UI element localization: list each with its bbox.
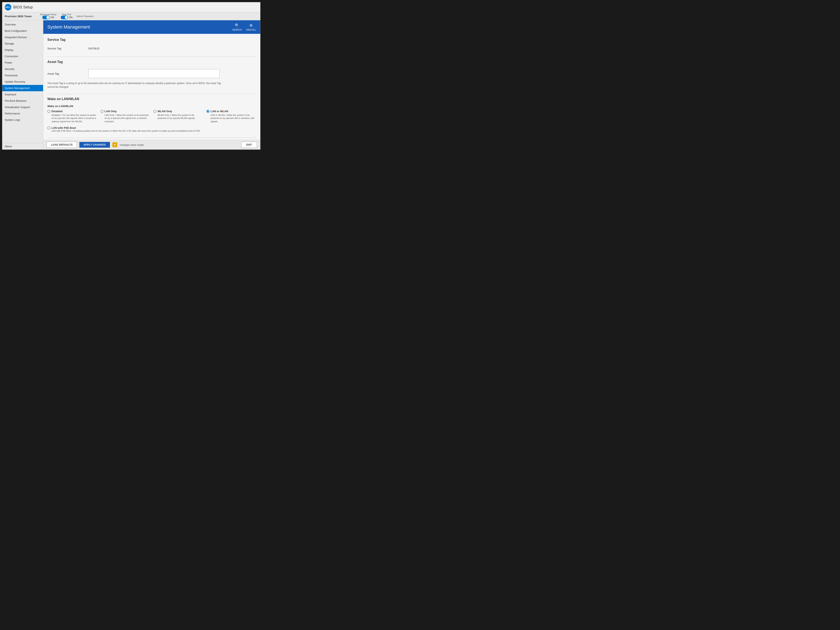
help-text-toggle-group: Help Text ON	[61, 13, 73, 19]
sidebar-container: Overview Boot Configuration Integrated D…	[2, 21, 43, 150]
sidebar-item-power[interactable]: Power	[2, 60, 43, 66]
sidebar-item-storage[interactable]: Storage	[2, 40, 43, 47]
content-title: System Management	[47, 24, 90, 30]
content-panel: System Management 🔍 SEARCH ⚙ VIEW ALL	[43, 20, 260, 150]
radio-option-lan-only: LAN Only LAN Only = Allow the system to …	[101, 110, 150, 123]
radio-btn-lan-only[interactable]	[101, 110, 103, 113]
toolbar: Precision 3650 Tower Advanced Setup ON H…	[2, 12, 260, 20]
divider-1	[47, 57, 256, 57]
radio-header-pxe[interactable]: LAN with PXE Boot	[47, 126, 256, 129]
radio-btn-lan-or-wlan[interactable]	[207, 110, 209, 113]
asset-tag-section: Asset Tag Asset Tag The Asset Tag is a s…	[47, 60, 256, 89]
sidebar-item-display[interactable]: Display	[2, 47, 43, 53]
sidebar-item-boot-configuration[interactable]: Boot Configuration	[2, 28, 43, 34]
service-tag-value: D47S6J3	[88, 47, 99, 50]
search-button[interactable]: 🔍 SEARCH	[232, 23, 242, 31]
main-content: Overview Boot Configuration Integrated D…	[2, 20, 260, 150]
service-tag-row: Service Tag D47S6J3	[47, 45, 256, 52]
asset-tag-title: Asset Tag	[47, 60, 256, 65]
asset-tag-label: Asset Tag	[47, 72, 88, 75]
advanced-setup-toggle[interactable]: ON	[42, 16, 54, 19]
help-text-label: Help Text	[62, 13, 71, 16]
radio-header-disabled[interactable]: Disabled	[47, 110, 97, 113]
changes-count-badge: 0	[112, 142, 117, 147]
dell-logo: DELL	[5, 4, 11, 11]
device-name: Precision 3650 Tower	[5, 15, 32, 18]
sidebar-item-virtualization-support[interactable]: Virtualization Support	[2, 104, 43, 111]
radio-label-wlan-only: WLAN Only	[158, 110, 172, 113]
advanced-setup-switch[interactable]	[42, 16, 50, 19]
help-text-switch[interactable]	[61, 16, 68, 19]
admin-password-label: Admin Password	[77, 15, 94, 17]
wake-on-lan-options: Disabled Disabled = Do not allow the sys…	[47, 110, 256, 123]
sidebar-nav: Overview Boot Configuration Integrated D…	[2, 21, 43, 143]
changes-text: changes were made	[120, 143, 144, 147]
sidebar: Overview Boot Configuration Integrated D…	[2, 20, 43, 150]
sidebar-item-integrated-devices[interactable]: Integrated Devices	[2, 34, 43, 40]
sidebar-item-overview[interactable]: Overview	[2, 21, 43, 28]
service-tag-title: Service Tag	[47, 38, 256, 43]
sidebar-item-performance[interactable]: Performance	[2, 111, 43, 117]
view-all-label: VIEW ALL	[246, 28, 256, 31]
radio-btn-pxe[interactable]	[47, 126, 50, 129]
radio-desc-pxe: LAN with PXE Boot = A wakeup packet sent…	[47, 129, 256, 133]
search-label: SEARCH	[232, 28, 242, 31]
radio-label-lan-or-wlan: LAN or WLAN	[211, 110, 228, 113]
admin-password-group: Admin Password	[77, 15, 94, 17]
advanced-setup-toggle-group: Advanced Setup ON	[40, 13, 57, 19]
sidebar-item-keyboard[interactable]: Keyboard	[2, 91, 43, 98]
service-tag-section: Service Tag Service Tag D47S6J3	[47, 38, 256, 52]
bottom-bar: LOAD DEFAULTS APPLY CHANGES 0 changes we…	[43, 140, 260, 150]
wake-on-lan-title: Wake on LAN/WLAN	[47, 97, 256, 102]
content-scroll[interactable]: Service Tag Service Tag D47S6J3 Asset Ta…	[43, 34, 260, 140]
radio-option-lan-or-wlan: LAN or WLAN LAN or WLAN = Allow the syst…	[207, 110, 256, 123]
radio-desc-lan-only: LAN Only = Allow the system to be powere…	[101, 114, 150, 123]
sidebar-item-update-recovery[interactable]: Update Recovery	[2, 79, 43, 85]
radio-btn-disabled[interactable]	[47, 110, 50, 113]
sidebar-item-about[interactable]: About	[2, 143, 43, 150]
asset-tag-description: The Asset Tag is a string of up to 64 ch…	[47, 81, 226, 89]
sidebar-item-passwords[interactable]: Passwords	[2, 72, 43, 79]
sidebar-item-security[interactable]: Security	[2, 66, 43, 72]
divider-3	[47, 137, 256, 138]
asset-tag-input[interactable]	[88, 69, 219, 78]
help-text-toggle[interactable]: ON	[61, 16, 73, 19]
help-text-state: ON	[69, 16, 73, 19]
bios-window: DELL BIOS Setup Precision 3650 Tower Adv…	[2, 2, 261, 150]
header-actions: 🔍 SEARCH ⚙ VIEW ALL	[232, 23, 256, 31]
radio-desc-wlan-only: WLAN Only = Allow the system to be power…	[153, 114, 203, 120]
radio-btn-wlan-only[interactable]	[153, 110, 156, 113]
advanced-setup-label: Advanced Setup	[40, 13, 57, 16]
radio-option-disabled: Disabled Disabled = Do not allow the sys…	[47, 110, 97, 123]
service-tag-label: Service Tag	[47, 47, 88, 50]
view-all-button[interactable]: ⚙ VIEW ALL	[246, 23, 256, 31]
wake-on-lan-subtitle: Wake on LAN/WLAN	[47, 104, 256, 108]
view-all-icon: ⚙	[249, 23, 253, 28]
radio-option-wlan-only: WLAN Only WLAN Only = Allow the system t…	[153, 110, 203, 123]
sidebar-item-system-logs[interactable]: System Logs	[2, 117, 43, 123]
advanced-setup-state: ON	[51, 16, 54, 19]
radio-label-disabled: Disabled	[52, 110, 63, 113]
exit-button[interactable]: EXIT	[241, 142, 257, 148]
sidebar-item-system-management[interactable]: System Management	[2, 85, 43, 91]
radio-desc-disabled: Disabled = Do not allow the system to po…	[47, 114, 97, 123]
content-header: System Management 🔍 SEARCH ⚙ VIEW ALL	[43, 20, 260, 34]
load-defaults-button[interactable]: LOAD DEFAULTS	[47, 142, 77, 148]
radio-label-lan-only: LAN Only	[104, 110, 117, 113]
apply-changes-button[interactable]: APPLY CHANGES	[79, 142, 110, 148]
wake-on-lan-section: Wake on LAN/WLAN Wake on LAN/WLAN Disabl…	[47, 97, 256, 133]
asset-tag-row: Asset Tag	[47, 68, 256, 80]
radio-option-pxe: LAN with PXE Boot LAN with PXE Boot = A …	[47, 126, 256, 133]
radio-header-wlan-only[interactable]: WLAN Only	[153, 110, 203, 113]
radio-header-lan-or-wlan[interactable]: LAN or WLAN	[207, 110, 256, 113]
radio-label-pxe: LAN with PXE Boot	[52, 126, 76, 129]
title-bar: DELL BIOS Setup	[2, 2, 260, 12]
radio-header-lan-only[interactable]: LAN Only	[101, 110, 150, 113]
bios-title: BIOS Setup	[13, 5, 33, 9]
search-icon: 🔍	[235, 23, 239, 28]
radio-desc-lan-or-wlan: LAN or WLAN = Allow the system to be pow…	[207, 114, 256, 123]
sidebar-item-pre-boot-behavior[interactable]: Pre-Boot Behavior	[2, 98, 43, 104]
sidebar-item-connection[interactable]: Connection	[2, 53, 43, 60]
